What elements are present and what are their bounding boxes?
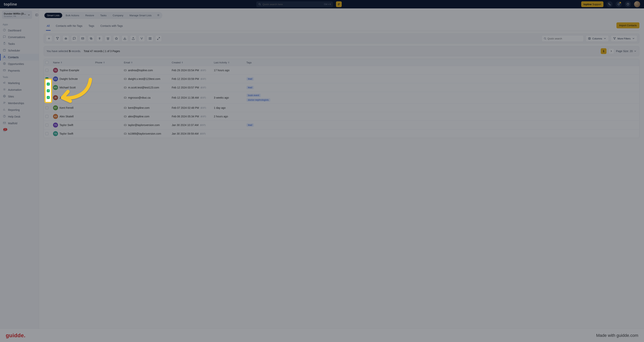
sidebar-extra-item[interactable]: 11 (0, 127, 39, 134)
tags-cell: lead (245, 84, 287, 91)
page-size-select[interactable]: Page Size: 20 (616, 50, 636, 53)
row-checkbox[interactable] (45, 96, 48, 99)
sidebar-item-reporting[interactable]: Reporting (0, 106, 39, 113)
sidebar-item-memberships[interactable]: Memberships (0, 100, 39, 106)
row-checkbox[interactable] (45, 115, 48, 118)
table-row[interactable]: TSTaylor Swiftts1989@taylorsversion.comJ… (44, 129, 639, 138)
envelope-icon (124, 86, 126, 89)
page-next-button[interactable] (608, 48, 614, 54)
filter-button[interactable] (54, 35, 61, 42)
columns-button[interactable]: Columns (586, 35, 609, 42)
sidebar-item-mailfold[interactable]: Mailfold (0, 120, 39, 126)
robot-icon (64, 37, 68, 40)
sidebar-item-tasks[interactable]: Tasks (0, 40, 39, 47)
col-created[interactable]: Created▲▼ (170, 59, 212, 66)
sidebar-item-sites[interactable]: Sites (0, 93, 39, 100)
phone-button[interactable] (606, 1, 612, 7)
row-checkbox[interactable] (45, 86, 48, 89)
copy-button[interactable] (88, 35, 94, 42)
last-activity: 17 hours ago (212, 67, 245, 74)
row-checkbox[interactable] (45, 77, 48, 80)
sidebar-item-opportunities[interactable]: Opportunities (0, 60, 39, 67)
tag-chip[interactable]: lead (246, 77, 254, 80)
sidebar-item-conversations[interactable]: Conversations (0, 34, 39, 40)
col-phone[interactable]: Phone▲▼ (94, 59, 122, 66)
table-row[interactable]: TSTaylor Swifttaylor@taylorsversion.comJ… (44, 121, 639, 129)
tags-cell (245, 132, 287, 136)
contact-name: Alex Skatell (60, 115, 74, 118)
email-button[interactable] (80, 35, 86, 42)
row-checkbox[interactable] (45, 106, 48, 109)
contact-name: Taylor Swift (60, 132, 73, 135)
tag-chip[interactable]: book event (246, 94, 261, 97)
panel-toggle-button[interactable] (35, 13, 38, 17)
subtab-all[interactable]: All (46, 22, 50, 31)
table-row[interactable]: JDJane Doemgrosso@nbuc.caFeb 12 2024 11:… (44, 92, 639, 104)
message-button[interactable] (71, 35, 78, 42)
expand-button[interactable] (155, 35, 162, 42)
sidebar-item-scheduler[interactable]: Scheduler (0, 47, 39, 54)
notifications-button[interactable] (616, 1, 622, 7)
table-row[interactable]: TETopline Exampleandrea@topline.comFeb 2… (44, 66, 639, 74)
sidebar-item-automation[interactable]: Automation (0, 86, 39, 93)
tab-tasks[interactable]: Tasks (98, 13, 109, 18)
quick-search-input[interactable] (548, 37, 582, 40)
tab-company[interactable]: Company (110, 13, 126, 18)
col-email[interactable]: Email▲▼ (122, 59, 170, 66)
last-activity (212, 132, 245, 136)
table-row[interactable]: DSDwight Schrutedwight.s.test@123test.co… (44, 74, 639, 83)
subtab-tags[interactable]: Tags (88, 22, 95, 31)
col-name[interactable]: Name▲▼ (52, 59, 94, 66)
table-row[interactable]: ASAlex Skatellalex@topline.comFeb 06 202… (44, 112, 639, 121)
sidebar-item-payments[interactable]: Payments (0, 67, 39, 74)
sidebar-item-dashboard[interactable]: Dashboard (0, 27, 39, 34)
sidebar-item-help-desk[interactable]: Help Desk (0, 113, 39, 120)
select-all-checkbox[interactable] (45, 61, 48, 64)
sidebar-item-contacts[interactable]: Contacts (0, 54, 39, 60)
delete-button[interactable] (105, 35, 111, 42)
columns-tool-button[interactable] (147, 35, 153, 42)
subtab-contacts-with-tags[interactable]: Contacts with Tags (100, 22, 124, 31)
col-activity[interactable]: Last Activity▲▼ (212, 59, 245, 66)
tag-chip[interactable]: lead (246, 86, 254, 89)
download-button[interactable] (122, 35, 128, 42)
tab-settings[interactable] (155, 13, 162, 18)
merge-button[interactable] (138, 35, 145, 42)
question-icon (626, 3, 629, 6)
tab-bulk-actions[interactable]: Bulk Actions (63, 13, 82, 18)
help-button[interactable] (625, 1, 631, 7)
row-checkbox[interactable] (45, 124, 48, 126)
user-avatar[interactable] (634, 1, 640, 7)
svg-rect-61 (124, 116, 126, 117)
sidebar-item-marketing[interactable]: Marketing (0, 80, 39, 86)
add-button[interactable] (46, 35, 52, 42)
more-filters-button[interactable]: More Filters (611, 35, 637, 42)
subtab-contacts-with-no-tags[interactable]: Contacts with No Tags (55, 22, 83, 31)
tag-chip[interactable]: lead (246, 123, 254, 127)
tag-chip[interactable]: doctor-nephrologists (246, 98, 270, 102)
row-checkbox[interactable] (45, 132, 48, 135)
table-row[interactable]: KFKent Ferrellkent@topline.comFeb 07 202… (44, 104, 639, 112)
bolt-button[interactable] (336, 1, 342, 7)
table-row[interactable]: MSMichael Scottm.scott.test@test123.comF… (44, 83, 639, 92)
robot-button[interactable] (62, 35, 69, 42)
pipeline-button[interactable] (96, 35, 103, 42)
page-1-button[interactable]: 1 (601, 48, 606, 54)
tab-smart-lists[interactable]: Smart Lists (44, 13, 62, 18)
tab-manage-smart-lists[interactable]: Manage Smart Lists (127, 13, 154, 18)
tab-restore[interactable]: Restore (83, 13, 97, 18)
support-button[interactable]: topline Support (581, 1, 604, 7)
upload-button[interactable] (130, 35, 136, 42)
funnel-icon (56, 37, 59, 40)
star-button[interactable] (113, 35, 120, 42)
import-contacts-button[interactable]: Import Contacts (616, 22, 640, 28)
last-activity: 2 hours ago (212, 113, 245, 120)
global-search[interactable]: Ctrl + K (256, 1, 333, 7)
contact-name: Topline Example (60, 69, 79, 72)
workspace-switcher[interactable]: Dunder Mifflin [D... Scranton, PA (2, 11, 32, 19)
row-checkbox[interactable] (45, 69, 48, 72)
main-content: Smart ListsBulk ActionsRestoreTasksCompa… (39, 8, 644, 328)
quick-search[interactable] (542, 35, 584, 42)
global-search-input[interactable] (262, 3, 322, 6)
timezone: (EST) (200, 96, 206, 99)
